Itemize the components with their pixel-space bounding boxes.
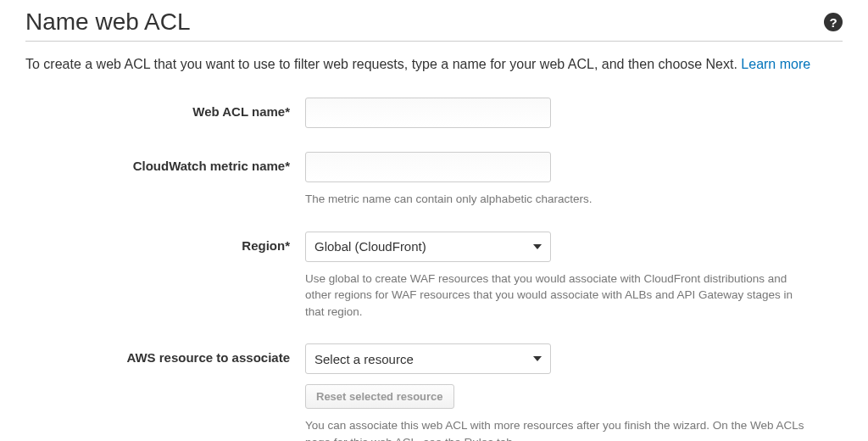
chevron-down-icon: [533, 244, 542, 249]
resource-select-value: Select a resource: [314, 352, 414, 366]
intro-text-content: To create a web ACL that you want to use…: [25, 57, 741, 71]
resource-select[interactable]: Select a resource: [305, 343, 551, 374]
row-metric-name: CloudWatch metric name* The metric name …: [25, 152, 843, 208]
resource-help: You can associate this web ACL with more…: [305, 417, 805, 441]
page-title: Name web ACL: [25, 8, 191, 36]
learn-more-link[interactable]: Learn more: [741, 57, 810, 71]
row-region: Region* Global (CloudFront) Use global t…: [25, 232, 843, 321]
row-web-acl-name: Web ACL name*: [25, 98, 843, 128]
metric-name-input[interactable]: [305, 152, 551, 182]
reset-selected-resource-button[interactable]: Reset selected resource: [305, 384, 454, 409]
region-select[interactable]: Global (CloudFront): [305, 232, 551, 262]
label-region: Region*: [25, 232, 305, 321]
page-header: Name web ACL ?: [25, 8, 843, 42]
label-metric-name: CloudWatch metric name*: [25, 152, 305, 208]
chevron-down-icon: [533, 356, 542, 361]
web-acl-name-input[interactable]: [305, 98, 551, 128]
region-select-value: Global (CloudFront): [314, 239, 426, 254]
help-icon[interactable]: ?: [824, 13, 843, 31]
metric-name-help: The metric name can contain only alphabe…: [305, 191, 805, 208]
region-help: Use global to create WAF resources that …: [305, 271, 805, 321]
label-resource: AWS resource to associate: [25, 343, 305, 441]
row-resource: AWS resource to associate Select a resou…: [25, 343, 843, 441]
label-web-acl-name: Web ACL name*: [25, 98, 305, 128]
intro-text: To create a web ACL that you want to use…: [25, 57, 843, 72]
